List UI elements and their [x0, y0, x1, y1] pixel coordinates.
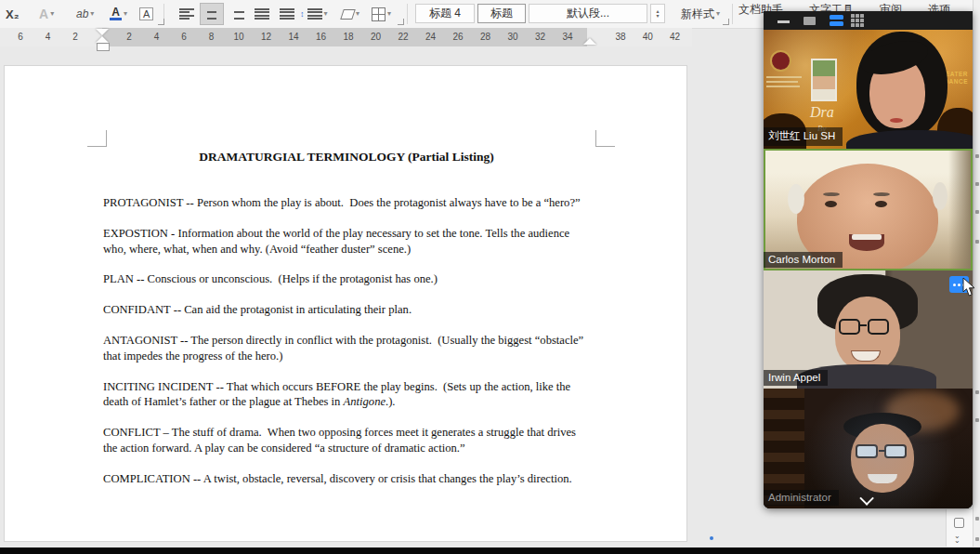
paragraph: COMPLICATION -- A twist, obstacle, rever… [103, 471, 590, 487]
character-border-icon: A [139, 7, 153, 20]
chevron-down-icon: ▾ [716, 10, 720, 18]
ruler-number: 32 [535, 32, 545, 42]
justify-button[interactable] [250, 3, 274, 25]
chevron-down-icon: ▾ [90, 10, 94, 18]
ruler-number: 6 [181, 32, 187, 42]
justify-icon [255, 8, 269, 20]
borders-button[interactable]: ▾ [372, 3, 391, 25]
align-center-button[interactable] [200, 3, 224, 25]
document-title: DRAMATURGIAL TERMINOLOGY (Partial Listin… [5, 150, 688, 165]
paragraph: ANTAGONIST -- The person directly in con… [103, 333, 590, 364]
ruler-number: 28 [480, 32, 490, 42]
participant-video-carlos-morton[interactable]: Carlos Morton [764, 149, 973, 270]
video-conference-panel: THEATER ⁄ DANCE Dra By 刘世红 Liu SH [764, 11, 973, 508]
seal-logo-icon [770, 50, 791, 72]
video-panel-header[interactable] [764, 11, 973, 30]
status-dot [710, 536, 713, 540]
collapse-panel-button[interactable] [855, 492, 882, 507]
select-browse-object-icon[interactable] [954, 518, 964, 528]
separator [407, 4, 408, 24]
shading-button[interactable]: ▾ [342, 3, 359, 25]
side-toolbar-scrollbar[interactable] [973, 0, 980, 547]
line-spacing-button[interactable]: ↕ ▾ [300, 3, 328, 25]
participant-video-liu-sh[interactable]: THEATER ⁄ DANCE Dra By 刘世红 Liu SH [764, 30, 973, 149]
font-color-button[interactable]: A ▾ [110, 3, 127, 25]
paragraph: CONFLICT – The stuff of drama. When two … [103, 425, 590, 456]
align-left-icon [179, 8, 194, 20]
style-gallery-item[interactable]: 标题 4 [415, 4, 475, 23]
ruler-number: 10 [233, 32, 243, 42]
dialog-launcher-icon[interactable] [398, 19, 404, 25]
next-page-icon[interactable]: ⌄⌄ [954, 534, 960, 543]
separator [732, 4, 733, 24]
app-window: X₂ A ▾ ab ▾ A ▾ A [0, 0, 980, 554]
inset-photo [811, 59, 837, 101]
ruler-number: 30 [507, 32, 517, 42]
margin-crop-mark [87, 130, 107, 147]
character-effects-icon: A [39, 7, 48, 21]
right-indent-marker[interactable] [583, 38, 596, 45]
paragraph: PROTAGONIST -- Person whom the play is a… [103, 195, 590, 211]
shading-icon [340, 9, 356, 20]
speaker-view-icon[interactable] [830, 15, 843, 26]
paragraph: EXPOSTION - Information about the world … [103, 226, 590, 257]
align-left-button[interactable] [175, 3, 199, 25]
character-effects-button[interactable]: A ▾ [39, 3, 54, 25]
ruler-number: 6 [18, 32, 23, 42]
style-gallery-item[interactable]: 标题 [477, 4, 526, 23]
chevron-down-icon: ▾ [387, 10, 391, 18]
distribute-icon [280, 8, 294, 20]
align-center-icon [204, 8, 219, 20]
participant-video-irwin-appel[interactable]: Irwin Appel [764, 270, 973, 389]
chevron-down-icon: ▾ [324, 10, 328, 18]
scrollbar-page-controls: ⌄⌄ [946, 509, 973, 547]
ruler-number: 4 [154, 32, 160, 42]
paragraph: CONFIDANT -- Can aid the protagonist in … [103, 302, 590, 318]
ruler-number: 38 [615, 32, 625, 42]
highlight-button[interactable]: ab ▾ [76, 3, 94, 25]
style-gallery-item[interactable]: 默认段... [529, 4, 647, 23]
chevron-down-icon: ▾ [124, 10, 127, 18]
line-spacing-icon: ↕ [300, 9, 305, 19]
ruler-number: 42 [670, 32, 680, 42]
glasses [868, 319, 889, 335]
ruler-number: 40 [643, 32, 653, 42]
participant-video-administrator[interactable]: Administrator [764, 389, 973, 508]
hanging-indent-marker[interactable] [96, 36, 110, 51]
document-body: PROTAGONIST -- Person whom the play is a… [103, 195, 590, 502]
paragraph: INCITING INCIDENT -- That which occurs B… [103, 379, 590, 411]
participant-name: 刘世红 Liu SH [764, 127, 843, 146]
distribute-button[interactable] [275, 3, 299, 25]
glasses [839, 319, 860, 335]
mouse-cursor [962, 277, 976, 301]
ruler-number: 18 [343, 32, 353, 42]
dialog-launcher-icon[interactable] [158, 19, 164, 25]
restore-icon[interactable] [804, 17, 816, 25]
first-line-indent-marker[interactable] [96, 29, 109, 35]
new-style-label: 新样式 [681, 7, 714, 22]
align-right-button[interactable] [225, 3, 249, 25]
horizontal-ruler: 642246810121416182022242628303234384042 [0, 28, 692, 46]
ruler-number: 24 [425, 32, 436, 42]
highlight-icon: ab [76, 7, 88, 20]
ruler-number: 34 [562, 32, 572, 42]
chevron-down-icon [859, 491, 874, 506]
ruler-number: 2 [72, 32, 78, 42]
bottom-edge-bar [0, 547, 980, 554]
borders-icon [372, 7, 385, 21]
participant-name: Carlos Morton [764, 252, 843, 268]
gallery-view-icon[interactable] [851, 14, 864, 27]
ruler-number: 20 [371, 32, 381, 42]
document-page[interactable]: DRAMATURGIAL TERMINOLOGY (Partial Listin… [4, 65, 687, 542]
subscript-button[interactable]: X₂ [6, 3, 19, 25]
ruler-number: 22 [398, 32, 408, 42]
ruler-number: 8 [209, 32, 215, 42]
paragraph: PLAN -- Conscious or unconscious. (Helps… [103, 271, 590, 287]
chevron-down-icon: ▾ [356, 10, 359, 18]
character-border-button[interactable]: A [139, 3, 153, 25]
ruler-number: 16 [316, 32, 326, 42]
style-gallery-more-button[interactable]: ▴▾ [650, 4, 665, 23]
minimize-icon[interactable] [777, 20, 790, 23]
new-style-button[interactable]: 新样式 ▾ [681, 3, 720, 25]
dialog-launcher-icon[interactable] [723, 19, 729, 25]
